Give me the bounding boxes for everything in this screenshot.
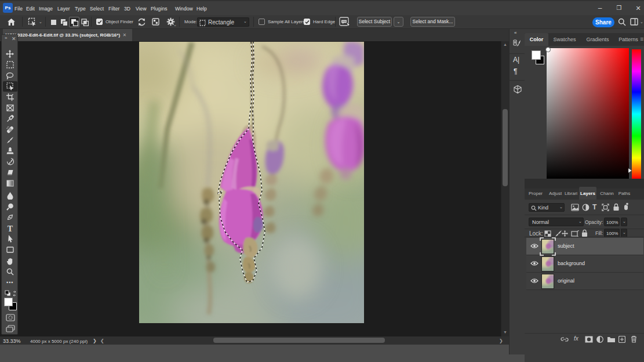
svg-text:T: T [8,225,13,232]
